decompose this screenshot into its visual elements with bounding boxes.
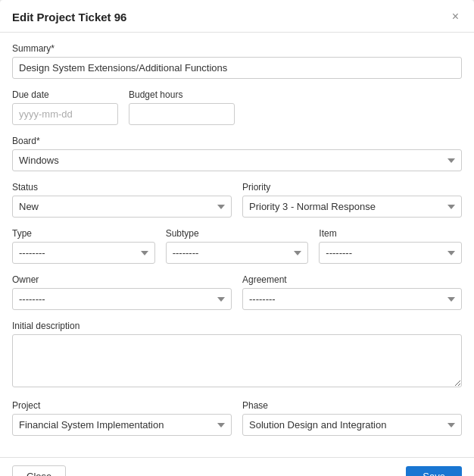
type-subtype-item-row: Type -------- Subtype -------- Item ----… [12,228,462,274]
project-phase-row: Project Financial System Implementation … [12,400,462,446]
owner-label: Owner [12,274,232,285]
project-label: Project [12,400,232,411]
phase-label: Phase [242,400,462,411]
owner-agreement-row: Owner -------- Agreement -------- [12,274,462,321]
phase-select[interactable]: Solution Design and Integration [242,414,462,436]
phase-group: Phase Solution Design and Integration [242,400,462,436]
edit-ticket-modal: Edit Project Ticket 96 × Summary* Due da… [0,0,474,476]
budget-hours-label: Budget hours [129,89,235,100]
board-label: Board* [12,136,462,146]
subtype-label: Subtype [166,228,309,239]
budget-hours-input[interactable] [129,103,235,125]
agreement-select[interactable]: -------- [242,288,462,310]
summary-label: Summary* [12,43,462,54]
due-date-input[interactable] [12,103,118,125]
board-group: Board* Windows [12,136,462,171]
priority-label: Priority [242,182,462,193]
project-group: Project Financial System Implementation [12,400,232,436]
status-group: Status New [12,182,232,218]
agreement-label: Agreement [242,274,462,285]
type-group: Type -------- [12,228,155,264]
due-date-label: Due date [12,89,118,100]
date-budget-row: Due date Budget hours [12,89,462,136]
type-label: Type [12,228,155,239]
modal-title: Edit Project Ticket 96 [12,11,126,23]
status-label: Status [12,182,232,193]
subtype-select[interactable]: -------- [166,242,309,264]
board-select[interactable]: Windows [12,149,462,171]
summary-group: Summary* [12,43,462,79]
item-group: Item -------- [319,228,462,264]
project-select[interactable]: Financial System Implementation [12,414,232,436]
subtype-group: Subtype -------- [166,228,309,264]
type-select[interactable]: -------- [12,242,155,264]
modal-footer: Close Save [0,457,474,476]
priority-group: Priority Priority 3 - Normal Response [242,182,462,218]
close-button[interactable]: Close [12,465,66,476]
description-label: Initial description [12,321,462,331]
status-priority-row: Status New Priority Priority 3 - Normal … [12,182,462,228]
description-textarea[interactable] [12,334,462,387]
due-date-group: Due date [12,89,118,125]
modal-body: Summary* Due date Budget hours Board* Wi… [0,33,474,457]
budget-hours-group: Budget hours [129,89,235,125]
owner-select[interactable]: -------- [12,288,232,310]
status-select[interactable]: New [12,196,232,218]
description-group: Initial description [12,321,462,390]
item-select[interactable]: -------- [319,242,462,264]
close-x-button[interactable]: × [449,9,462,24]
modal-header: Edit Project Ticket 96 × [0,0,474,33]
item-label: Item [319,228,462,239]
owner-group: Owner -------- [12,274,232,310]
agreement-group: Agreement -------- [242,274,462,310]
summary-input[interactable] [12,57,462,79]
save-button[interactable]: Save [406,466,462,476]
priority-select[interactable]: Priority 3 - Normal Response [242,196,462,218]
